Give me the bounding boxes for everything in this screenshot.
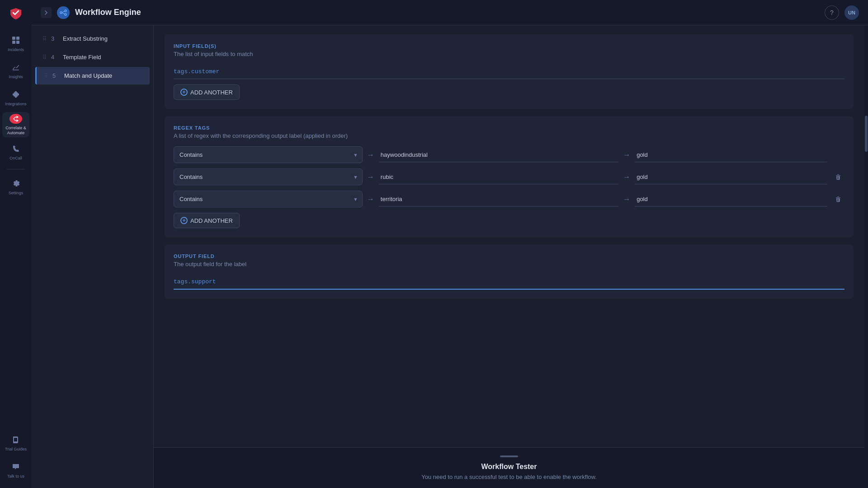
chart-icon xyxy=(10,62,21,73)
svg-point-5 xyxy=(60,12,62,14)
correlate-icon xyxy=(9,114,22,124)
sidebar-item-talk[interactable]: Talk to us xyxy=(2,457,29,483)
regex-operator-1[interactable]: Contains Matches Starts With xyxy=(174,169,363,185)
regex-output-0[interactable] xyxy=(635,148,827,162)
sidebar-item-settings[interactable]: Settings xyxy=(2,174,29,199)
right-scrollbar[interactable] xyxy=(864,25,868,488)
output-field-description: The output field for the label xyxy=(174,261,844,267)
top-header: Workflow Engine ? UN xyxy=(32,0,868,25)
regex-select-wrapper-0: Contains Matches Starts With Ends With ▼ xyxy=(174,146,363,163)
arrow-right-2: → xyxy=(367,195,374,203)
regex-tags-label: REGEX TAGS xyxy=(174,125,844,131)
arrow-right-out-2: → xyxy=(623,195,630,203)
sidebar-label-trial: Trial Guides xyxy=(5,447,27,452)
phone-icon xyxy=(10,143,21,154)
step-number-5: 5 xyxy=(52,72,60,79)
left-sidebar: Incidents Insights Integrations Correlat… xyxy=(0,0,32,488)
input-field-value: tags.customer xyxy=(174,65,844,79)
workflow-engine-icon xyxy=(57,6,70,19)
steps-list: ⠿ 3 Extract Substring ⠿ 4 Template Field… xyxy=(32,25,153,89)
svg-rect-2 xyxy=(12,41,15,44)
output-field-value: tags.support xyxy=(174,275,844,290)
sidebar-divider xyxy=(7,169,25,169)
step-name-3: Extract Substring xyxy=(63,35,108,42)
drag-handle-3[interactable]: ⠿ xyxy=(42,36,47,42)
svg-rect-1 xyxy=(16,37,19,40)
sidebar-label-talk: Talk to us xyxy=(7,474,24,479)
arrow-right-1: → xyxy=(367,173,374,181)
add-regex-label: ADD ANOTHER xyxy=(190,217,233,224)
regex-output-1[interactable] xyxy=(635,170,827,184)
step-item-4[interactable]: ⠿ 4 Template Field xyxy=(35,48,150,66)
puzzle-icon xyxy=(10,89,21,100)
regex-row-0: Contains Matches Starts With Ends With ▼… xyxy=(174,146,844,163)
detail-scroll[interactable]: INPUT FIELD(S) The list of input fields … xyxy=(154,25,864,447)
collapse-button[interactable] xyxy=(41,7,52,18)
sidebar-label-integrations: Integrations xyxy=(5,102,26,107)
regex-row-1: Contains Matches Starts With ▼ → → xyxy=(174,169,844,185)
svg-rect-0 xyxy=(12,37,15,40)
regex-tags-description: A list of regex with the corresponding o… xyxy=(174,132,844,139)
step-item-5[interactable]: ⠿ 5 Match and Update xyxy=(35,67,150,84)
add-input-plus-icon: + xyxy=(180,89,188,96)
step-number-3: 3 xyxy=(51,35,58,42)
arrow-right-0: → xyxy=(367,151,374,159)
sidebar-item-incidents[interactable]: Incidents xyxy=(2,31,29,56)
scrollbar-thumb xyxy=(865,116,868,152)
chat-icon xyxy=(10,461,21,472)
svg-point-6 xyxy=(65,10,66,12)
book-icon xyxy=(10,434,21,445)
regex-tags-section: REGEX TAGS A list of regex with the corr… xyxy=(165,116,854,237)
step-name-4: Template Field xyxy=(63,54,101,61)
app-logo xyxy=(8,5,24,22)
svg-line-8 xyxy=(62,11,65,13)
regex-select-wrapper-2: Contains Matches Starts With ▼ xyxy=(174,191,363,207)
sidebar-label-correlate: Correlate &Automate xyxy=(5,126,26,136)
input-fields-label: INPUT FIELD(S) xyxy=(174,43,844,49)
sidebar-label-insights: Insights xyxy=(9,75,23,80)
sidebar-label-oncall: OnCall xyxy=(9,156,22,161)
regex-pattern-0[interactable] xyxy=(379,148,618,162)
regex-pattern-1[interactable] xyxy=(379,170,618,184)
tester-handle[interactable] xyxy=(500,455,518,457)
tester-subtitle: You need to run a successful test to be … xyxy=(421,474,597,480)
regex-operator-2[interactable]: Contains Matches Starts With xyxy=(174,191,363,207)
drag-handle-4[interactable]: ⠿ xyxy=(42,54,47,61)
output-field-label: OUTPUT FIELD xyxy=(174,253,844,259)
regex-select-wrapper-1: Contains Matches Starts With ▼ xyxy=(174,169,363,185)
sidebar-item-oncall[interactable]: OnCall xyxy=(2,139,29,164)
regex-row-2: Contains Matches Starts With ▼ → → xyxy=(174,191,844,207)
grid-icon xyxy=(10,35,21,46)
header-actions: ? UN xyxy=(825,5,859,20)
drag-handle-5[interactable]: ⠿ xyxy=(44,73,48,79)
add-input-field-button[interactable]: + ADD ANOTHER xyxy=(174,84,240,100)
delete-row-2[interactable] xyxy=(832,193,844,206)
sidebar-item-correlate[interactable]: Correlate &Automate xyxy=(2,112,29,137)
sidebar-item-insights[interactable]: Insights xyxy=(2,58,29,83)
help-button[interactable]: ? xyxy=(825,5,839,20)
user-avatar[interactable]: UN xyxy=(844,5,859,20)
regex-operator-0[interactable]: Contains Matches Starts With Ends With xyxy=(174,146,363,163)
add-regex-plus-icon: + xyxy=(180,217,188,224)
steps-panel: ⠿ 3 Extract Substring ⠿ 4 Template Field… xyxy=(32,25,154,488)
output-field-section: OUTPUT FIELD The output field for the la… xyxy=(165,244,854,299)
step-number-4: 4 xyxy=(51,54,58,61)
sidebar-item-trial-guides[interactable]: Trial Guides xyxy=(2,430,29,455)
tester-title: Workflow Tester xyxy=(481,463,537,471)
delete-row-1[interactable] xyxy=(832,171,844,183)
svg-line-9 xyxy=(62,13,65,14)
detail-panel: INPUT FIELD(S) The list of input fields … xyxy=(154,25,864,488)
step-item-3[interactable]: ⠿ 3 Extract Substring xyxy=(35,30,150,47)
svg-rect-4 xyxy=(13,70,19,70)
sidebar-item-integrations[interactable]: Integrations xyxy=(2,85,29,110)
svg-rect-3 xyxy=(16,41,19,44)
regex-pattern-2[interactable] xyxy=(379,192,618,206)
arrow-right-out-0: → xyxy=(623,151,630,159)
regex-output-2[interactable] xyxy=(635,192,827,206)
sidebar-label-incidents: Incidents xyxy=(8,47,24,52)
svg-point-7 xyxy=(65,14,66,15)
sidebar-label-settings: Settings xyxy=(9,191,24,196)
add-regex-row-button[interactable]: + ADD ANOTHER xyxy=(174,213,240,228)
workflow-tester: Workflow Tester You need to run a succes… xyxy=(154,447,864,488)
sidebar-bottom: Trial Guides Talk to us xyxy=(2,430,29,483)
